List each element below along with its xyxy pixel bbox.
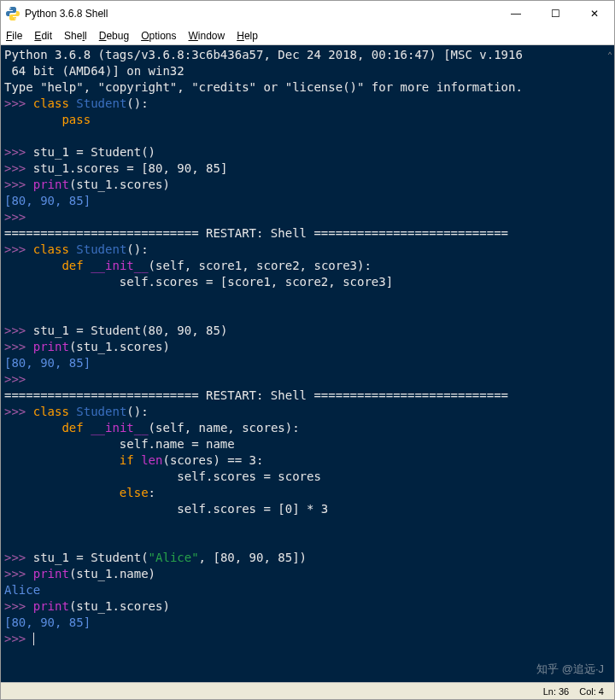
stmt-a: stu_1 = Student( <box>33 551 149 564</box>
prompt: >>> <box>4 405 26 418</box>
print-arg: (stu_1.scores) <box>69 599 170 613</box>
window: Python 3.6.8 Shell — ☐ ✕ File Edit Shell… <box>0 0 615 700</box>
menu-help[interactable]: Help <box>237 30 258 42</box>
kw-def: def <box>62 259 83 272</box>
class-name: Student <box>76 96 126 110</box>
kw-class: class <box>33 96 69 110</box>
kw-def: def <box>62 421 83 435</box>
init-args: (self, score1, score2, score3): <box>149 259 372 272</box>
fn-print: print <box>33 599 69 613</box>
stmt-assign: stu_1 = Student() <box>33 145 155 159</box>
titlebar[interactable]: Python 3.6.8 Shell — ☐ ✕ <box>1 1 614 26</box>
close-button[interactable]: ✕ <box>575 1 614 26</box>
restart-line: =========================== RESTART: She… <box>4 388 508 402</box>
banner-line3: Type "help", "copyright", "credits" or "… <box>4 80 523 94</box>
window-controls: — ☐ ✕ <box>496 1 614 26</box>
scroll-indicator-icon: ⌃ <box>607 47 612 63</box>
output: Alice <box>4 583 40 597</box>
stmt-assign: stu_1 = Student(80, 90, 85) <box>33 324 228 337</box>
menu-debug[interactable]: Debug <box>99 30 129 42</box>
cond: (scores) == 3: <box>162 453 263 467</box>
prompt: >>> <box>4 178 26 191</box>
restart-line: =========================== RESTART: She… <box>4 226 508 240</box>
prompt: >>> <box>4 567 26 580</box>
statusbar: Ln: 36 Col: 4 <box>1 682 614 699</box>
output: [80, 90, 85] <box>4 615 91 629</box>
print-arg: (stu_1.scores) <box>69 178 170 191</box>
prompt: >>> <box>4 324 26 337</box>
print-arg: (stu_1.scores) <box>69 340 170 353</box>
banner-line2: 64 bit (AMD64)] on win32 <box>4 64 184 78</box>
paren: (): <box>126 242 148 256</box>
maximize-button[interactable]: ☐ <box>536 1 575 26</box>
init-body: self.scores = [score1, score2, score3] <box>120 275 393 289</box>
fn-len: len <box>141 453 162 467</box>
init-args: (self, name, scores): <box>149 421 300 435</box>
python-icon <box>6 7 20 20</box>
svg-point-0 <box>9 8 11 9</box>
prompt: >>> <box>4 599 26 613</box>
menu-shell[interactable]: Shell <box>64 30 87 42</box>
kw-else: else <box>120 486 149 499</box>
minimize-button[interactable]: — <box>496 1 536 26</box>
menu-file[interactable]: File <box>6 30 22 42</box>
colon: : <box>149 486 155 499</box>
prompt: >>> <box>4 372 26 386</box>
output: [80, 90, 85] <box>4 356 91 370</box>
terminal[interactable]: ⌃Python 3.6.8 (tags/v3.6.8:3c6b436a57, D… <box>1 45 614 682</box>
prompt: >>> <box>4 242 26 256</box>
blank <box>4 534 11 548</box>
svg-point-1 <box>15 18 16 20</box>
prompt: >>> <box>4 632 26 645</box>
output: [80, 90, 85] <box>4 194 91 207</box>
fn-print: print <box>33 567 69 580</box>
fn-print: print <box>33 178 69 191</box>
kw-class: class <box>33 242 69 256</box>
menubar: File Edit Shell Debug Options Window Hel… <box>1 26 614 45</box>
blank <box>4 307 11 321</box>
prompt: >>> <box>4 145 26 159</box>
kw-class: class <box>33 405 69 418</box>
menu-window[interactable]: Window <box>189 30 226 42</box>
prompt: >>> <box>4 551 26 564</box>
str-alice: "Alice" <box>149 551 199 564</box>
line: self.scores = scores <box>177 470 321 483</box>
menu-options[interactable]: Options <box>141 30 176 42</box>
fn-init: __init__ <box>91 259 148 272</box>
banner-line1: Python 3.6.8 (tags/v3.6.8:3c6b436a57, De… <box>4 48 523 61</box>
cursor <box>33 633 34 645</box>
print-arg: (stu_1.name) <box>69 567 155 580</box>
status-col: Col: 4 <box>579 686 604 697</box>
fn-init: __init__ <box>91 421 148 435</box>
stmt-b: , [80, 90, 85]) <box>199 551 307 564</box>
kw-pass: pass <box>62 113 91 126</box>
class-name: Student <box>76 242 126 256</box>
class-name: Student <box>76 405 126 418</box>
watermark: 知乎 @追远·J <box>536 661 604 677</box>
status-line: Ln: 36 <box>543 686 570 697</box>
menu-edit[interactable]: Edit <box>34 30 52 42</box>
prompt: >>> <box>4 210 26 224</box>
prompt: >>> <box>4 340 26 353</box>
line: self.name = name <box>120 437 235 451</box>
prompt: >>> <box>4 96 26 110</box>
paren: (): <box>126 96 148 110</box>
kw-if: if <box>120 453 134 467</box>
fn-print: print <box>33 340 69 353</box>
prompt: >>> <box>4 161 26 175</box>
stmt-setscores: stu_1.scores = [80, 90, 85] <box>33 161 228 175</box>
paren: (): <box>126 405 148 418</box>
window-title: Python 3.6.8 Shell <box>25 8 496 20</box>
line: self.scores = [0] * 3 <box>177 502 328 516</box>
